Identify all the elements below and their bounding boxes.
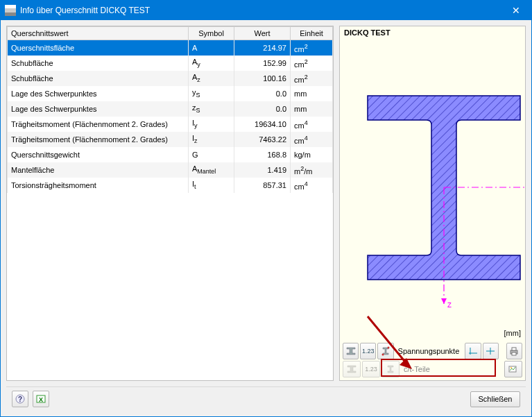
preview-unit-label: [mm] [504,329,521,337]
row-symbol: Az [189,71,234,86]
table-row[interactable]: QuerschnittsgewichtG168.8kg/m [8,147,333,162]
ct-parts-label: c/t-Teile [401,365,433,373]
section-view1-button[interactable] [343,343,359,359]
table-row[interactable]: QuerschnittsflächeA214.97cm2 [8,40,333,56]
ct-parts-button [381,361,400,377]
row-symbol: A [189,40,234,56]
numeric-view1-button[interactable]: 1.23 [360,343,376,359]
row-name: Trägheitsmoment (Flächenmoment 2. Grades… [8,132,189,147]
row-value: 0.0 [234,86,291,101]
properties-table: Querschnittswert Symbol Wert Einheit Que… [6,26,334,381]
table-row[interactable]: Trägheitsmoment (Flächenmoment 2. Grades… [8,117,333,132]
svg-text:X: X [39,396,43,403]
axis-toggle2-button[interactable] [483,343,499,359]
svg-text:?: ? [18,395,22,403]
row-name: Schubfläche [8,71,189,86]
row-unit: kg/m [291,147,333,162]
export-image-button[interactable] [504,361,522,377]
row-symbol: yS [189,86,234,101]
row-unit: cm4 [291,132,333,147]
section-drawing-svg: y z [340,26,526,352]
svg-point-7 [388,347,390,349]
excel-export-button[interactable]: X [33,391,49,407]
print-button[interactable] [506,343,522,359]
svg-rect-13 [512,348,516,350]
row-value: 7463.22 [234,132,291,147]
row-value: 0.0 [234,101,291,117]
section-preview: DICKQ TEST y [339,26,526,381]
col-header-unit[interactable]: Einheit [291,27,333,40]
col-header-symbol[interactable]: Symbol [189,27,234,40]
table-row[interactable]: SchubflächeAy152.99cm2 [8,56,333,71]
table-row[interactable]: Lage des SchwerpunkteszS0.0mm [8,101,333,117]
row-unit: cm2 [291,56,333,71]
svg-point-16 [510,367,512,368]
row-unit: cm4 [291,117,333,132]
row-name: Querschnittsfläche [8,40,189,56]
col-header-value[interactable]: Wert [234,27,291,40]
numeric-view2-button: 1.23 [362,361,380,377]
row-value: 857.31 [234,178,291,193]
app-icon [5,5,16,16]
table-row[interactable]: TorsionsträgheitsmomentIt857.31cm4 [8,178,333,193]
row-name: Mantelfläche [8,162,189,178]
row-name: Lage des Schwerpunktes [8,101,189,117]
table-row[interactable]: Trägheitsmoment (Flächenmoment 2. Grades… [8,132,333,147]
axis-z-label: z [447,300,452,309]
row-unit: mm [291,101,333,117]
row-symbol: It [189,178,234,193]
row-symbol: Ay [189,56,234,71]
table-row[interactable]: SchubflächeAz100.16cm2 [8,71,333,86]
row-symbol: AMantel [189,162,234,178]
row-value: 19634.10 [234,117,291,132]
col-header-name[interactable]: Querschnittswert [8,27,189,40]
section-view2-button [343,361,361,377]
row-unit: cm2 [291,71,333,86]
table-row[interactable]: Lage des SchwerpunktesyS0.0mm [8,86,333,101]
row-value: 100.16 [234,71,291,86]
close-icon[interactable]: ✕ [500,1,531,20]
axis-toggle-button[interactable] [465,343,481,359]
row-value: 152.99 [234,56,291,71]
row-unit: mm [291,86,333,101]
stress-points-label: Spannungspunkte [395,347,463,355]
row-symbol: Iz [189,132,234,147]
row-symbol: zS [189,101,234,117]
row-name: Trägheitsmoment (Flächenmoment 2. Grades… [8,117,189,132]
row-symbol: G [189,147,234,162]
stress-points-button[interactable] [377,343,393,359]
row-unit: cm2 [291,40,333,56]
help-button[interactable]: ? [12,391,28,407]
row-name: Schubfläche [8,56,189,71]
svg-point-6 [382,354,384,356]
row-name: Lage des Schwerpunktes [8,86,189,101]
table-row[interactable]: MantelflächeAMantel1.419m2/m [8,162,333,178]
row-symbol: Iy [189,117,234,132]
row-value: 168.8 [234,147,291,162]
svg-marker-5 [441,298,447,304]
row-value: 214.97 [234,40,291,56]
row-unit: cm4 [291,178,333,193]
row-value: 1.419 [234,162,291,178]
row-name: Querschnittsgewicht [8,147,189,162]
svg-rect-14 [512,352,516,355]
window-title: Info über Querschnitt DICKQ TEST [20,6,500,15]
row-name: Torsionsträgheitsmoment [8,178,189,193]
row-unit: m2/m [291,162,333,178]
close-button[interactable]: Schließen [470,391,520,407]
